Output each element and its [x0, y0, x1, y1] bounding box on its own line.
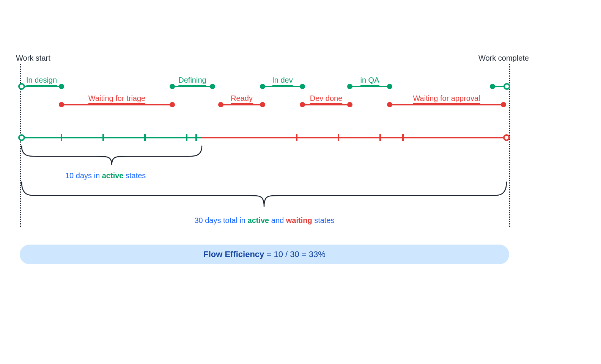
active-segment-label: In dev — [272, 76, 293, 86]
waiting-segment-label: Ready — [231, 94, 253, 104]
active-segment-label: In design — [26, 76, 57, 86]
waiting-segment-label: Dev done — [310, 94, 343, 104]
total-days-summary: 30 days total in active and waiting stat… — [20, 216, 509, 225]
brace-total — [20, 57, 509, 231]
active-segment-label: Defining — [178, 76, 206, 86]
waiting-segment-label: Waiting for triage — [88, 94, 145, 104]
formula-banner: Flow Efficiency = 10 / 30 = 33% — [20, 245, 509, 264]
waiting-segment-label: Waiting for approval — [413, 94, 480, 104]
active-segment-label: in QA — [360, 76, 379, 86]
diagram-stage: Work start Work complete 10 days in acti… — [20, 57, 509, 269]
